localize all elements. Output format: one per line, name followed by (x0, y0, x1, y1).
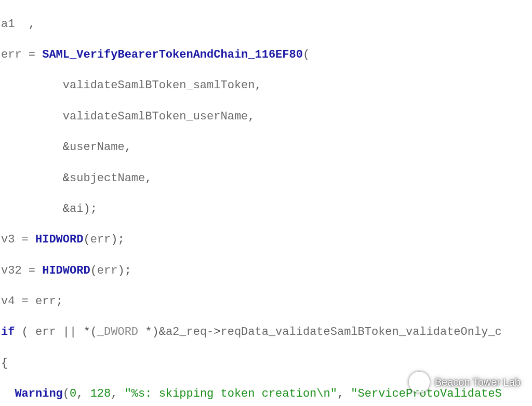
var-v3: v3 (1, 233, 15, 246)
code-line: v3 = HIDWORD(err); (1, 232, 532, 248)
fn-hidword: HIDWORD (35, 233, 83, 246)
code-line: if ( err || *(_DWORD *)&a2_req->reqData_… (1, 324, 532, 340)
code-line: validateSamlBToken_userName, (1, 109, 532, 125)
var-err: err (1, 48, 22, 61)
fn-warning: Warning (15, 387, 62, 400)
code-block: a1 , err = SAML_VerifyBearerTokenAndChai… (0, 0, 532, 406)
code-line: err = SAML_VerifyBearerTokenAndChain_116… (1, 47, 532, 63)
arg-ai: ai (70, 202, 83, 215)
type-dword: _DWORD (97, 326, 138, 339)
code-line: validateSamlBToken_samlToken, (1, 78, 532, 93)
watermark: Beacon Tower Lab (409, 372, 521, 393)
var-a2req: a2_req (166, 326, 207, 339)
code-line: v4 = err; (1, 294, 532, 309)
code-line: &subjectName, (1, 171, 532, 186)
arg-samltoken: validateSamlBToken_samlToken (63, 79, 255, 92)
var-v4: v4 (1, 295, 15, 308)
code-line: &userName, (1, 140, 532, 155)
arg-subjectname: subjectName (70, 172, 145, 185)
code-line: a1 , (1, 17, 532, 32)
code-line: { (1, 356, 532, 371)
arg-username-ref: userName (70, 141, 125, 154)
code-line: v32 = HIDWORD(err); (1, 263, 532, 279)
watermark-logo-icon (409, 372, 430, 393)
arg-username: validateSamlBToken_userName (63, 110, 248, 123)
watermark-text: Beacon Tower Lab (435, 375, 521, 389)
var-a1: a1 (1, 18, 15, 31)
str-skipping: "%s: skipping token creation\n" (125, 387, 337, 400)
var-v32: v32 (1, 264, 22, 277)
mem-validateonly: reqData_validateSamlBToken_validateOnly_… (221, 326, 502, 339)
fn-hidword: HIDWORD (42, 264, 90, 277)
fn-saml-verify: SAML_VerifyBearerTokenAndChain_116EF80 (42, 48, 303, 61)
kw-if: if (1, 326, 15, 339)
code-line: &ai); (1, 201, 532, 217)
